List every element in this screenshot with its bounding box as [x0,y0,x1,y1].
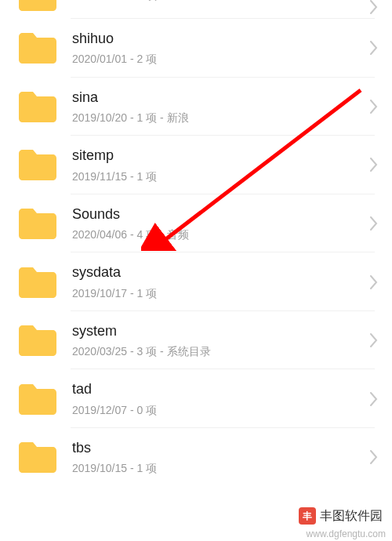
folder-item[interactable]: system 2020/03/25 - 3 项 - 系统目录 [0,311,392,370]
chevron-right-icon [370,450,378,464]
file-info: system 2020/03/25 - 3 项 - 系统目录 [72,322,362,359]
file-name: tad [72,380,362,398]
file-info: sitemp 2019/11/15 - 1 项 [72,147,362,183]
folder-icon [17,265,58,300]
file-info: Sounds 2020/04/06 - 4 项 - 音频 [72,205,362,242]
chevron-right-icon [370,392,378,406]
file-name: sitemp [72,147,362,165]
watermark-url: www.dgfengtu.com [305,528,387,539]
file-meta: 2019/10/20 - 1 项 - 新浪 [72,111,362,125]
folder-icon [17,0,58,13]
file-info: tbs 2019/10/15 - 1 项 [72,439,362,476]
file-info: sysdata 2019/10/17 - 1 项 [72,263,362,300]
watermark-brand-text: 丰图软件园 [320,508,383,525]
file-name: shihuo [72,30,362,48]
file-list: 2019/11/15 - 1 项 shihuo 2020/01/01 - 2 项… [0,0,392,487]
file-meta: 2020/04/06 - 4 项 - 音频 [72,227,362,241]
folder-item[interactable]: tbs 2019/10/15 - 1 项 [0,428,392,487]
folder-item[interactable]: sysdata 2019/10/17 - 1 项 [0,252,392,311]
file-meta: 2019/11/15 - 1 项 [72,0,362,2]
file-name: sysdata [72,263,362,281]
file-name: sina [72,89,362,107]
folder-icon [17,382,58,416]
folder-item[interactable]: sitemp 2019/11/15 - 1 项 [0,136,392,194]
folder-icon [17,206,58,241]
folder-icon [17,89,58,124]
folder-icon [17,31,58,65]
file-name: tbs [72,439,362,457]
file-info: 2019/11/15 - 1 项 [72,0,362,2]
chevron-right-icon [370,100,378,114]
file-meta: 2019/12/07 - 0 项 [72,403,362,417]
file-meta: 2020/03/25 - 3 项 - 系统目录 [72,344,362,358]
folder-item[interactable]: 2019/11/15 - 1 项 [0,0,392,19]
chevron-right-icon [370,41,378,55]
file-name: system [72,322,362,340]
folder-icon [17,147,58,182]
file-meta: 2019/11/15 - 1 项 [72,169,362,183]
file-meta: 2020/01/01 - 2 项 [72,52,362,66]
file-info: sina 2019/10/20 - 1 项 - 新浪 [72,89,362,125]
chevron-right-icon [370,333,378,347]
chevron-right-icon [370,158,378,172]
folder-item[interactable]: sina 2019/10/20 - 1 项 - 新浪 [0,78,392,136]
folder-item[interactable]: Sounds 2020/04/06 - 4 项 - 音频 [0,194,392,253]
folder-item[interactable]: tad 2019/12/07 - 0 项 [0,369,392,428]
folder-icon [17,440,58,474]
file-info: tad 2019/12/07 - 0 项 [72,380,362,417]
file-meta: 2019/10/15 - 1 项 [72,461,362,475]
folder-icon [17,323,58,358]
watermark-logo-icon: 丰 [299,507,316,525]
file-info: shihuo 2020/01/01 - 2 项 [72,30,362,67]
chevron-right-icon [370,216,378,231]
watermark-brand: 丰 丰图软件园 [296,506,386,526]
chevron-right-icon [370,275,378,289]
file-name: Sounds [72,205,362,223]
folder-item[interactable]: shihuo 2020/01/01 - 2 项 [0,19,392,78]
file-meta: 2019/10/17 - 1 项 [72,286,362,300]
chevron-right-icon [370,0,378,14]
